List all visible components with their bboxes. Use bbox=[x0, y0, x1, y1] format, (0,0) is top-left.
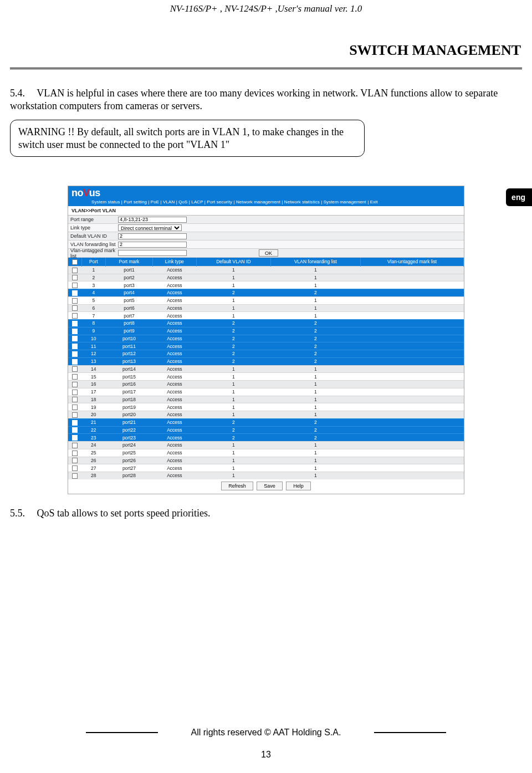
table-row[interactable]: 14port14Access11 bbox=[68, 365, 464, 373]
table-row[interactable]: 20port20Access11 bbox=[68, 411, 464, 419]
checkbox-icon[interactable] bbox=[72, 458, 78, 463]
cell-checkbox[interactable] bbox=[68, 296, 81, 304]
checkbox-icon[interactable] bbox=[72, 443, 78, 448]
cell-checkbox[interactable] bbox=[68, 457, 81, 464]
cell-checkbox[interactable] bbox=[68, 365, 81, 373]
checkbox-icon[interactable] bbox=[72, 313, 78, 319]
checkbox-icon[interactable] bbox=[72, 359, 78, 365]
checkbox-icon[interactable] bbox=[72, 390, 78, 395]
cell-checkbox[interactable] bbox=[68, 449, 81, 457]
cell-checkbox[interactable] bbox=[68, 388, 81, 396]
checkbox-icon[interactable] bbox=[72, 465, 78, 471]
table-row[interactable]: 15port15Access11 bbox=[68, 373, 464, 381]
table-row[interactable]: 19port19Access11 bbox=[68, 403, 464, 411]
table-row[interactable]: 10port10Access22 bbox=[68, 335, 464, 342]
checkbox-icon[interactable] bbox=[72, 259, 78, 265]
cell-checkbox[interactable] bbox=[68, 320, 81, 327]
cell-checkbox[interactable] bbox=[68, 381, 81, 388]
checkbox-icon[interactable] bbox=[72, 427, 78, 433]
checkbox-icon[interactable] bbox=[72, 268, 78, 273]
checkbox-icon[interactable] bbox=[72, 329, 78, 334]
cell-checkbox[interactable] bbox=[68, 418, 81, 426]
table-row[interactable]: 3port3Access11 bbox=[68, 281, 464, 289]
table-row[interactable]: 27port27Access11 bbox=[68, 464, 464, 472]
input-untagged[interactable] bbox=[118, 250, 187, 256]
checkbox-icon[interactable] bbox=[72, 275, 78, 280]
save-button[interactable]: Save bbox=[257, 482, 283, 490]
checkbox-icon[interactable] bbox=[72, 473, 78, 479]
cell-checkbox[interactable] bbox=[68, 312, 81, 320]
checkbox-icon[interactable] bbox=[72, 382, 78, 387]
cell-checkbox[interactable] bbox=[68, 327, 81, 335]
cell-checkbox[interactable] bbox=[68, 396, 81, 403]
table-row[interactable]: 28port28Access11 bbox=[68, 472, 464, 479]
cell-checkbox[interactable] bbox=[68, 403, 81, 411]
table-row[interactable]: 23port23Access22 bbox=[68, 434, 464, 442]
input-port-range[interactable] bbox=[118, 217, 187, 223]
checkbox-icon[interactable] bbox=[72, 283, 78, 288]
cell-checkbox[interactable] bbox=[68, 304, 81, 312]
checkbox-icon[interactable] bbox=[72, 397, 78, 402]
select-link-type[interactable]: Direct connect terminal bbox=[118, 224, 182, 231]
table-row[interactable]: 6port6Access11 bbox=[68, 304, 464, 312]
checkbox-icon[interactable] bbox=[72, 298, 78, 304]
checkbox-icon[interactable] bbox=[72, 344, 78, 349]
cell-checkbox[interactable] bbox=[68, 373, 81, 381]
cell-checkbox[interactable] bbox=[68, 472, 81, 479]
cell-checkbox[interactable] bbox=[68, 464, 81, 472]
cell: Access bbox=[152, 373, 196, 381]
table-row[interactable]: 7port7Access11 bbox=[68, 312, 464, 320]
checkbox-icon[interactable] bbox=[72, 435, 78, 441]
lang-tab[interactable]: eng bbox=[506, 188, 532, 206]
th-checkbox[interactable] bbox=[68, 258, 81, 266]
cell: 1 bbox=[196, 449, 270, 457]
input-default-vlan[interactable] bbox=[118, 233, 187, 239]
checkbox-icon[interactable] bbox=[72, 374, 78, 380]
top-menu[interactable]: System status | Port setting | PoE | VLA… bbox=[71, 199, 461, 206]
cell-checkbox[interactable] bbox=[68, 442, 81, 449]
table-row[interactable]: 25port25Access11 bbox=[68, 449, 464, 457]
checkbox-icon[interactable] bbox=[72, 336, 78, 341]
cell-checkbox[interactable] bbox=[68, 266, 81, 274]
table-row[interactable]: 1port1Access11 bbox=[68, 266, 464, 274]
cell-checkbox[interactable] bbox=[68, 274, 81, 281]
input-vlan-fwd[interactable] bbox=[118, 242, 187, 248]
checkbox-icon[interactable] bbox=[72, 420, 78, 426]
cell-checkbox[interactable] bbox=[68, 357, 81, 365]
table-row[interactable]: 4port4Access22 bbox=[68, 289, 464, 297]
table-row[interactable]: 12port12Access22 bbox=[68, 350, 464, 358]
table-row[interactable]: 21port21Access22 bbox=[68, 418, 464, 426]
cell-checkbox[interactable] bbox=[68, 411, 81, 419]
cell-checkbox[interactable] bbox=[68, 289, 81, 297]
checkbox-icon[interactable] bbox=[72, 321, 78, 326]
cell-checkbox[interactable] bbox=[68, 434, 81, 442]
cell-checkbox[interactable] bbox=[68, 281, 81, 289]
table-row[interactable]: 9port9Access22 bbox=[68, 327, 464, 335]
cell-checkbox[interactable] bbox=[68, 342, 81, 350]
table-row[interactable]: 18port18Access11 bbox=[68, 396, 464, 403]
table-row[interactable]: 16port16Access11 bbox=[68, 381, 464, 388]
checkbox-icon[interactable] bbox=[72, 351, 78, 357]
table-row[interactable]: 8port8Access22 bbox=[68, 320, 464, 327]
cell-checkbox[interactable] bbox=[68, 350, 81, 358]
table-row[interactable]: 17port17Access11 bbox=[68, 388, 464, 396]
table-row[interactable]: 2port2Access11 bbox=[68, 274, 464, 281]
checkbox-icon[interactable] bbox=[72, 412, 78, 418]
checkbox-icon[interactable] bbox=[72, 405, 78, 410]
checkbox-icon[interactable] bbox=[72, 451, 78, 456]
cell-checkbox[interactable] bbox=[68, 426, 81, 434]
table-row[interactable]: 5port5Access11 bbox=[68, 296, 464, 304]
cell-checkbox[interactable] bbox=[68, 335, 81, 342]
checkbox-icon[interactable] bbox=[72, 305, 78, 311]
cell: 1 bbox=[270, 396, 360, 403]
refresh-button[interactable]: Refresh bbox=[221, 482, 253, 490]
table-row[interactable]: 24port24Access11 bbox=[68, 442, 464, 449]
table-row[interactable]: 22port22Access22 bbox=[68, 426, 464, 434]
table-row[interactable]: 13port13Access22 bbox=[68, 357, 464, 365]
ok-button[interactable]: OK bbox=[259, 249, 278, 257]
checkbox-icon[interactable] bbox=[72, 290, 78, 296]
table-row[interactable]: 26port26Access11 bbox=[68, 457, 464, 464]
table-row[interactable]: 11port11Access22 bbox=[68, 342, 464, 350]
help-button[interactable]: Help bbox=[286, 482, 311, 490]
checkbox-icon[interactable] bbox=[72, 366, 78, 372]
